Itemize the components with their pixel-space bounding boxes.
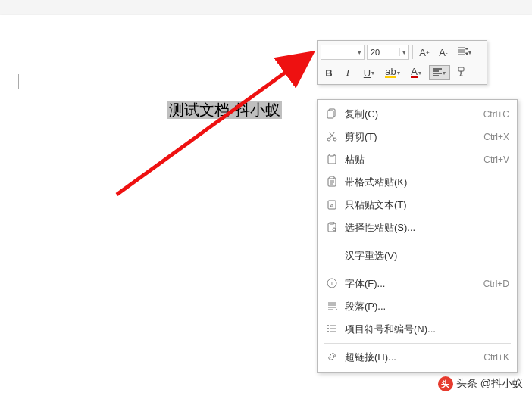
underline-button[interactable]: U▾	[358, 65, 380, 80]
menu-item-shortcut: Ctrl+C	[483, 109, 509, 120]
svg-point-16	[327, 325, 329, 326]
svg-rect-8	[330, 176, 334, 179]
svg-point-18	[327, 331, 329, 332]
font-icon: T	[324, 278, 340, 291]
menu-item-label: 选择性粘贴(S)...	[340, 221, 509, 235]
chevron-down-icon: ▾	[418, 70, 421, 76]
menu-item[interactable]: 粘贴Ctrl+V	[318, 148, 517, 171]
menu-item[interactable]: T字体(F)...Ctrl+D	[318, 273, 517, 295]
mini-toolbar: ▾ 20 ▾ A+ A- ▾ B I U▾ ab ▾ A	[317, 40, 487, 85]
svg-text:T: T	[330, 280, 334, 287]
chevron-down-icon: ▾	[371, 70, 374, 76]
increase-font-button[interactable]: A+	[416, 45, 433, 60]
para-icon	[324, 301, 340, 313]
menu-item[interactable]: 超链接(H)...Ctrl+K	[318, 346, 517, 369]
svg-text:A: A	[330, 202, 334, 209]
font-color-icon: A	[411, 68, 418, 78]
font-color-button[interactable]: A ▾	[405, 65, 427, 80]
separator	[412, 45, 413, 59]
bullets-icon	[324, 323, 340, 336]
svg-rect-11	[328, 223, 336, 232]
chevron-down-icon: ▾	[399, 48, 408, 56]
svg-point-13	[333, 228, 336, 231]
menu-item-shortcut: Ctrl+D	[483, 279, 509, 289]
menu-item[interactable]: 复制(C)Ctrl+C	[318, 103, 517, 126]
align-icon	[433, 67, 442, 79]
menu-item-label: 字体(F)...	[340, 277, 483, 291]
font-size-value: 20	[368, 48, 399, 57]
menu-item-label: 复制(C)	[340, 108, 483, 121]
menu-item-label: 粘贴	[340, 153, 483, 167]
chevron-down-icon: ▾	[468, 49, 471, 56]
menu-item-label: 汉字重选(V)	[340, 249, 509, 263]
pastefmt-icon	[324, 176, 340, 189]
menu-item[interactable]: A只粘贴文本(T)	[318, 194, 517, 217]
svg-rect-6	[330, 154, 334, 156]
menu-item-label: 段落(P)...	[340, 300, 509, 313]
highlight-button[interactable]: ab ▾	[382, 65, 403, 80]
bold-button[interactable]: B	[321, 65, 337, 80]
paste-icon	[324, 154, 340, 167]
menu-item-shortcut: Ctrl+V	[483, 154, 509, 165]
line-spacing-icon	[458, 46, 468, 58]
svg-rect-0	[458, 67, 464, 71]
menu-item-label: 超链接(H)...	[340, 351, 483, 364]
watermark: 头 头条 @抖小蚁	[438, 376, 523, 391]
line-spacing-button[interactable]: ▾	[454, 45, 475, 60]
font-name-combo[interactable]: ▾	[321, 45, 365, 60]
highlight-icon: ab	[385, 68, 396, 78]
menu-item[interactable]: 项目符号和编号(N)...	[318, 318, 517, 341]
menu-divider	[324, 242, 511, 242]
menu-item-label: 项目符号和编号(N)...	[340, 323, 509, 336]
font-size-combo[interactable]: 20 ▾	[367, 45, 409, 60]
context-menu: 复制(C)Ctrl+C剪切(T)Ctrl+X粘贴Ctrl+V带格式粘贴(K)A只…	[317, 99, 518, 373]
decrease-font-button[interactable]: A-	[435, 45, 452, 60]
copy-icon	[324, 108, 340, 121]
menu-divider	[324, 343, 511, 344]
cut-icon	[324, 131, 340, 144]
menu-item[interactable]: 带格式粘贴(K)	[318, 171, 517, 194]
menu-item[interactable]: 汉字重选(V)	[318, 245, 517, 267]
svg-rect-12	[330, 222, 334, 224]
menu-item[interactable]: 选择性粘贴(S)...	[318, 217, 517, 239]
chevron-down-icon: ▾	[355, 48, 364, 56]
link-icon	[324, 351, 340, 364]
svg-rect-2	[327, 111, 333, 118]
chevron-down-icon: ▾	[443, 70, 446, 76]
svg-rect-5	[328, 155, 336, 164]
align-button[interactable]: ▾	[429, 65, 450, 80]
menu-item-label: 剪切(T)	[340, 130, 483, 144]
menu-item-label: 只粘贴文本(T)	[340, 198, 509, 212]
pastetxt-icon: A	[324, 199, 340, 212]
page-corner-marker	[18, 74, 33, 89]
menu-item-shortcut: Ctrl+X	[483, 132, 509, 142]
format-painter-icon	[456, 67, 466, 79]
format-painter-button[interactable]	[452, 65, 469, 80]
menu-item[interactable]: 剪切(T)Ctrl+X	[318, 126, 517, 148]
menu-item-label: 带格式粘贴(K)	[340, 176, 509, 189]
selected-text[interactable]: 测试文档-抖小蚁	[167, 101, 282, 119]
pastespc-icon	[324, 222, 340, 235]
svg-point-17	[327, 328, 329, 329]
italic-button[interactable]: I	[340, 65, 356, 80]
menu-item-shortcut: Ctrl+K	[483, 352, 509, 363]
menu-divider	[324, 270, 511, 270]
menu-item[interactable]: 段落(P)...	[318, 295, 517, 318]
watermark-prefix: 头条	[456, 377, 477, 391]
chevron-down-icon: ▾	[397, 70, 400, 76]
watermark-logo-icon: 头	[438, 376, 453, 391]
watermark-author: @抖小蚁	[480, 377, 523, 391]
